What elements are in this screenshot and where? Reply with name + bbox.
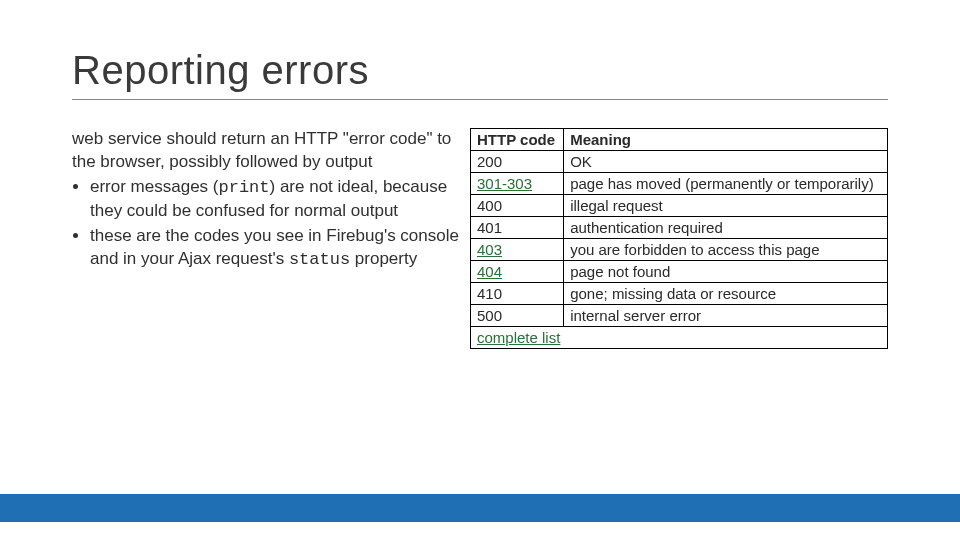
- code-link[interactable]: 403: [477, 241, 502, 258]
- meaning-cell: OK: [564, 151, 888, 173]
- bullet-item-2: these are the codes you see in Firebug's…: [90, 225, 462, 272]
- table-row: 403 you are forbidden to access this pag…: [471, 239, 888, 261]
- table-body: 200 OK 301-303 page has moved (permanent…: [471, 151, 888, 349]
- table-header-row: HTTP code Meaning: [471, 129, 888, 151]
- bullet2-code: status: [289, 250, 350, 269]
- meaning-cell: illegal request: [564, 195, 888, 217]
- code-cell: 500: [471, 305, 564, 327]
- content-row: web service should return an HTTP "error…: [72, 128, 888, 349]
- bullet2-post: property: [350, 249, 417, 268]
- table-row: 404 page not found: [471, 261, 888, 283]
- bullet1-pre: error messages (: [90, 177, 218, 196]
- code-cell: 400: [471, 195, 564, 217]
- right-column: HTTP code Meaning 200 OK 301-303 page ha…: [470, 128, 888, 349]
- meaning-cell: authentication required: [564, 217, 888, 239]
- bullet-item-1: error messages (print) are not ideal, be…: [90, 176, 462, 223]
- title-underline: [72, 99, 888, 100]
- meaning-cell: page has moved (permanently or temporari…: [564, 173, 888, 195]
- bottom-accent-bar: [0, 494, 960, 522]
- code-link[interactable]: 301-303: [477, 175, 532, 192]
- http-codes-table: HTTP code Meaning 200 OK 301-303 page ha…: [470, 128, 888, 349]
- table-row: 500 internal server error: [471, 305, 888, 327]
- code-cell: 301-303: [471, 173, 564, 195]
- table-footer-cell: complete list: [471, 327, 888, 349]
- header-meaning: Meaning: [564, 129, 888, 151]
- intro-paragraph: web service should return an HTTP "error…: [72, 128, 462, 174]
- table-row: 410 gone; missing data or resource: [471, 283, 888, 305]
- code-cell: 410: [471, 283, 564, 305]
- complete-list-link[interactable]: complete list: [477, 329, 560, 346]
- code-link[interactable]: 404: [477, 263, 502, 280]
- slide-title: Reporting errors: [72, 48, 888, 93]
- meaning-cell: you are forbidden to access this page: [564, 239, 888, 261]
- meaning-cell: internal server error: [564, 305, 888, 327]
- table-row: 401 authentication required: [471, 217, 888, 239]
- meaning-cell: gone; missing data or resource: [564, 283, 888, 305]
- table-row: 200 OK: [471, 151, 888, 173]
- code-cell: 401: [471, 217, 564, 239]
- table-footer-row: complete list: [471, 327, 888, 349]
- left-column: web service should return an HTTP "error…: [72, 128, 462, 274]
- bullet-list: error messages (print) are not ideal, be…: [72, 176, 462, 272]
- header-http-code: HTTP code: [471, 129, 564, 151]
- table-row: 301-303 page has moved (permanently or t…: [471, 173, 888, 195]
- code-cell: 403: [471, 239, 564, 261]
- code-cell: 200: [471, 151, 564, 173]
- code-cell: 404: [471, 261, 564, 283]
- table-row: 400 illegal request: [471, 195, 888, 217]
- slide: Reporting errors web service should retu…: [0, 0, 960, 540]
- meaning-cell: page not found: [564, 261, 888, 283]
- bullet1-code: print: [218, 178, 269, 197]
